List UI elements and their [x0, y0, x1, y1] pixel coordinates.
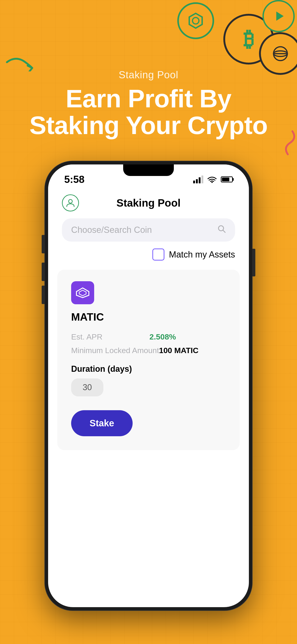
hero-section: Staking Pool Earn Profit By Staking Your… — [0, 69, 297, 138]
stake-button-label: Stake — [90, 418, 114, 428]
svg-point-1 — [192, 18, 199, 24]
avatar-icon[interactable] — [62, 194, 79, 212]
hero-title-line2: Staking Your Crypto — [30, 111, 268, 139]
est-apr-value: 2.508% — [150, 332, 176, 341]
coin-name: MATIC — [71, 311, 226, 323]
search-bar[interactable]: Choose/Search Coin — [62, 218, 235, 242]
search-placeholder-text: Choose/Search Coin — [71, 225, 152, 235]
stellar-coin — [259, 32, 297, 75]
matic-icon — [71, 281, 94, 304]
duration-label: Duration (days) — [71, 364, 226, 374]
min-locked-label: Minimum Locked Amount — [71, 346, 159, 355]
search-icon — [218, 225, 226, 235]
status-icons — [193, 176, 233, 183]
nut-coin — [177, 2, 214, 39]
svg-rect-8 — [199, 177, 200, 183]
duration-pill[interactable]: 30 — [71, 378, 103, 396]
matic-symbol-icon — [74, 287, 91, 298]
status-time: 5:58 — [64, 174, 84, 185]
svg-marker-0 — [189, 13, 202, 28]
arrow-decoration-left — [4, 53, 34, 72]
phone-notch — [123, 164, 174, 176]
svg-rect-6 — [193, 180, 195, 183]
hero-title-line1: Earn Profit By — [66, 84, 231, 113]
signal-icon — [193, 176, 203, 183]
min-locked-row: Minimum Locked Amount 100 MATIC — [71, 346, 226, 355]
svg-rect-7 — [196, 179, 198, 183]
match-assets-row: Match my Assets — [48, 248, 249, 268]
est-apr-label: Est. APR — [71, 332, 150, 341]
magnifier-icon — [218, 225, 226, 233]
phone-outer-shell: 5:58 — [45, 161, 252, 610]
svg-marker-15 — [79, 290, 86, 296]
hero-subtitle: Staking Pool — [14, 69, 283, 80]
phone-screen: 5:58 — [48, 164, 249, 607]
svg-point-11 — [68, 200, 72, 203]
hero-title: Earn Profit By Staking Your Crypto — [14, 85, 283, 138]
staking-card: MATIC Est. APR 2.508% Minimum Locked Amo… — [57, 270, 240, 450]
person-icon — [66, 198, 75, 208]
est-apr-row: Est. APR 2.508% — [71, 332, 226, 341]
play-coin — [262, 0, 295, 32]
svg-line-13 — [223, 230, 225, 232]
stake-button[interactable]: Stake — [71, 410, 132, 436]
page-title: Staking Pool — [116, 197, 181, 209]
svg-marker-5 — [276, 12, 284, 21]
match-assets-checkbox[interactable] — [152, 248, 164, 260]
duration-section: Duration (days) 30 — [71, 364, 226, 396]
background: ₿ Staking Pool — [0, 0, 297, 644]
min-locked-value: 100 MATIC — [159, 346, 198, 355]
duration-value: 30 — [83, 382, 92, 392]
phone-mockup: 5:58 — [45, 161, 252, 610]
wifi-icon — [208, 176, 217, 183]
app-header: Staking Pool — [48, 190, 249, 214]
match-assets-label: Match my Assets — [169, 250, 235, 260]
battery-icon — [221, 176, 233, 182]
svg-point-10 — [211, 182, 213, 183]
svg-rect-9 — [202, 176, 203, 183]
